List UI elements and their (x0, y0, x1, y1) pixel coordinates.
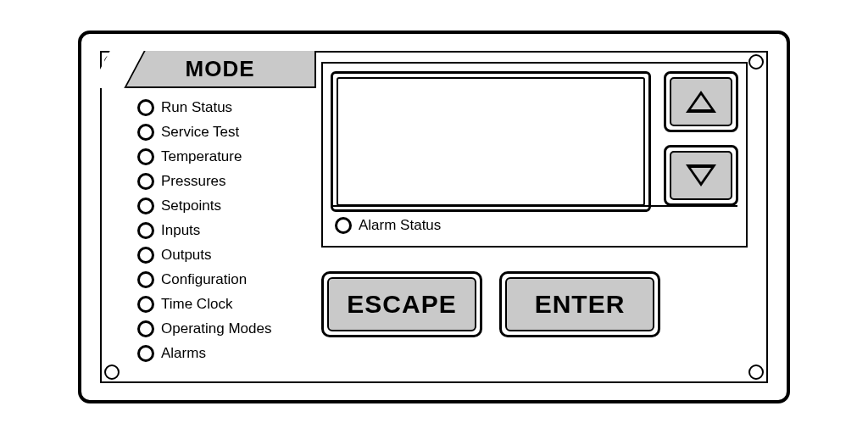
screw-icon (104, 364, 120, 380)
up-button[interactable] (664, 71, 738, 132)
mode-item-configuration[interactable]: Configuration (137, 267, 316, 292)
mode-item-label: Service Test (161, 124, 239, 141)
lcd-screen (331, 71, 651, 212)
led-icon (137, 345, 154, 362)
led-icon (137, 271, 154, 288)
mode-item-inputs[interactable]: Inputs (137, 218, 316, 242)
led-icon (137, 247, 154, 264)
mode-item-label: Configuration (161, 271, 247, 288)
mode-item-label: Run Status (161, 99, 232, 116)
led-icon (137, 296, 154, 313)
mode-item-pressures[interactable]: Pressures (137, 169, 316, 193)
screw-icon (748, 54, 764, 70)
mode-item-outputs[interactable]: Outputs (137, 242, 316, 267)
mode-item-label: Time Clock (161, 296, 232, 313)
led-icon (137, 148, 154, 165)
down-button-face (670, 151, 732, 200)
mode-item-label: Outputs (161, 247, 212, 264)
led-icon (137, 198, 154, 214)
enter-button-label: ENTER (505, 277, 654, 331)
triangle-down-icon (686, 164, 716, 186)
down-button[interactable] (664, 145, 738, 206)
mode-item-run-status[interactable]: Run Status (137, 95, 316, 120)
mode-item-operating-modes[interactable]: Operating Modes (137, 316, 316, 341)
mode-item-label: Operating Modes (161, 320, 271, 337)
led-icon (335, 217, 352, 234)
alarm-status-bar: Alarm Status (331, 212, 737, 239)
triangle-up-icon (686, 91, 716, 113)
mode-item-label: Alarms (161, 345, 206, 362)
mode-item-label: Inputs (161, 222, 200, 239)
led-icon (137, 320, 154, 337)
escape-button-label: ESCAPE (327, 277, 476, 331)
led-icon (137, 99, 154, 116)
screw-icon (748, 364, 764, 380)
mode-item-label: Pressures (161, 173, 226, 190)
divider (331, 205, 737, 207)
led-icon (137, 124, 154, 141)
mode-item-alarms[interactable]: Alarms (137, 341, 316, 365)
mode-item-temperature[interactable]: Temperature (137, 144, 316, 169)
escape-button[interactable]: ESCAPE (321, 271, 482, 337)
main-button-row: ESCAPE ENTER (321, 271, 660, 337)
led-icon (137, 173, 154, 190)
mode-list: Run Status Service Test Temperature Pres… (125, 88, 316, 365)
mode-header: MODE (125, 51, 316, 88)
mode-item-setpoints[interactable]: Setpoints (137, 193, 316, 218)
enter-button[interactable]: ENTER (499, 271, 660, 337)
led-icon (137, 222, 154, 239)
mode-item-label: Setpoints (161, 198, 221, 214)
mode-item-time-clock[interactable]: Time Clock (137, 292, 316, 316)
mode-item-label: Temperature (161, 148, 242, 165)
display-region: Alarm Status (321, 62, 748, 248)
alarm-status-label: Alarm Status (359, 217, 441, 234)
control-panel: MODE Run Status Service Test Temperature… (78, 31, 790, 403)
mode-section: MODE Run Status Service Test Temperature… (125, 51, 316, 365)
up-button-face (670, 77, 732, 126)
mode-item-service-test[interactable]: Service Test (137, 120, 316, 144)
